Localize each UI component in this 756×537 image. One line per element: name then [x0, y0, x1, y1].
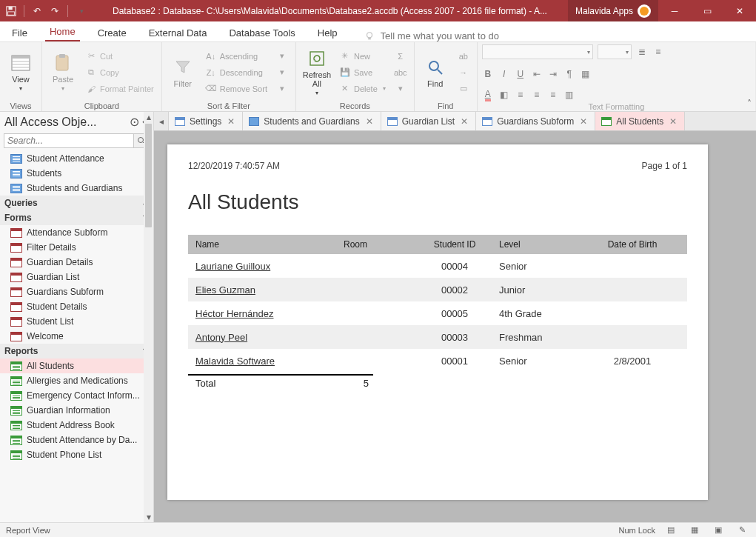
nav-cat-queries[interactable]: Queries⌄	[0, 196, 153, 210]
font-size-selector[interactable]: ▾	[598, 44, 632, 59]
align-center-icon[interactable]: ≡	[531, 89, 543, 101]
close-button[interactable]: ✕	[723, 0, 756, 21]
cell-name[interactable]: Héctor Hernández	[195, 308, 344, 319]
view-layout-icon[interactable]: ▣	[710, 524, 726, 536]
redo-icon[interactable]: ↷	[48, 4, 61, 18]
minimize-button[interactable]: ─	[658, 0, 691, 21]
indent-decrease-icon[interactable]: ⇤	[531, 68, 543, 80]
tab-help[interactable]: Help	[313, 24, 342, 41]
nav-item-table[interactable]: Student Attendance	[0, 151, 153, 166]
new-record-button[interactable]: ✳New	[336, 49, 389, 64]
report-row[interactable]: Elies Guzman00002Junior	[188, 278, 687, 301]
refresh-all-button[interactable]: Refresh All ▾	[301, 48, 333, 97]
doc-tab[interactable]: Guardians Subform✕	[476, 112, 595, 130]
report-canvas[interactable]: 12/20/2019 7:40:57 AM Page 1 of 1 All St…	[154, 131, 756, 522]
find-button[interactable]: Find	[419, 48, 452, 97]
nav-item-form[interactable]: Student Details	[0, 299, 153, 314]
gridlines-icon[interactable]: ▦	[580, 68, 592, 80]
sort-desc-button[interactable]: Z↓Descending	[202, 65, 270, 80]
align-right-icon[interactable]: ≡	[547, 89, 559, 101]
nav-item-report[interactable]: All Students	[0, 358, 153, 373]
selection-filter-button[interactable]: ▾	[273, 49, 291, 64]
select-button[interactable]: ▭	[455, 81, 472, 96]
doc-tab[interactable]: Settings✕	[169, 112, 243, 130]
advanced-filter-button[interactable]: ▾	[273, 65, 291, 80]
font-color-icon[interactable]: A	[482, 89, 494, 101]
report-row[interactable]: Malavida Software00001Senior2/8/2001	[188, 349, 687, 373]
tab-home[interactable]: Home	[45, 23, 80, 41]
qat-more-icon[interactable]	[74, 4, 87, 18]
cell-name[interactable]: Lauriane Guilloux	[195, 261, 344, 272]
view-design-icon[interactable]: ✎	[734, 524, 750, 536]
view-print-icon[interactable]: ▦	[686, 524, 703, 536]
nav-search-input[interactable]	[4, 133, 133, 148]
nav-scrollbar[interactable]: ▴ ▾	[144, 112, 153, 522]
totals-button[interactable]: Σ	[392, 49, 409, 64]
format-painter-button[interactable]: 🖌Format Painter	[82, 81, 157, 96]
bold-icon[interactable]: B	[482, 68, 494, 80]
nav-header[interactable]: All Access Obje...	[4, 116, 97, 129]
nav-item-report[interactable]: Student Phone List	[0, 447, 153, 462]
store-apps-button[interactable]: Malavida Apps	[568, 0, 658, 21]
more-records-button[interactable]: ▾	[392, 81, 409, 96]
numbering-icon[interactable]: ≡	[652, 46, 664, 58]
nav-item-report[interactable]: Guardian Information	[0, 403, 153, 418]
nav-item-form[interactable]: Guardian List	[0, 270, 153, 284]
close-tab-icon[interactable]: ✕	[364, 116, 375, 127]
nav-item-form[interactable]: Guardians Subform	[0, 284, 153, 299]
nav-item-report[interactable]: Allergies and Medications	[0, 373, 153, 388]
italic-icon[interactable]: I	[498, 68, 510, 80]
align-left-icon[interactable]: ≡	[515, 89, 526, 101]
goto-button[interactable]: →	[455, 65, 472, 80]
report-row[interactable]: Antony Peel00003Freshman	[188, 325, 687, 349]
nav-item-form[interactable]: Guardian Details	[0, 255, 153, 270]
undo-icon[interactable]: ↶	[30, 4, 44, 18]
nav-item-form[interactable]: Filter Details	[0, 240, 153, 255]
tabs-scroll-left[interactable]: ◂	[154, 112, 169, 130]
tab-database-tools[interactable]: Database Tools	[224, 24, 299, 41]
nav-cat-forms[interactable]: Forms⌃	[0, 210, 153, 225]
close-tab-icon[interactable]: ✕	[578, 116, 589, 127]
scroll-up-icon[interactable]: ▴	[144, 112, 153, 122]
scroll-thumb[interactable]	[145, 124, 152, 227]
font-selector[interactable]: ▾	[482, 44, 593, 59]
delete-record-button[interactable]: ✕Delete▾	[336, 81, 389, 96]
alt-row-color-icon[interactable]: ▥	[563, 89, 575, 101]
copy-button[interactable]: ⧉Copy	[82, 65, 157, 80]
tab-create[interactable]: Create	[93, 24, 131, 41]
sort-asc-button[interactable]: A↓Ascending	[202, 49, 270, 64]
text-direction-icon[interactable]: ¶	[563, 68, 575, 80]
bullets-icon[interactable]: ≣	[636, 46, 648, 58]
view-button[interactable]: View ▾	[4, 48, 37, 97]
nav-item-report[interactable]: Student Address Book	[0, 418, 153, 433]
cell-name[interactable]: Elies Guzman	[195, 284, 344, 296]
cell-name[interactable]: Antony Peel	[195, 332, 344, 343]
doc-tab[interactable]: All Students✕	[595, 112, 685, 130]
close-tab-icon[interactable]: ✕	[459, 116, 469, 127]
cut-button[interactable]: ✂Cut	[82, 49, 157, 64]
tab-file[interactable]: File	[7, 24, 32, 41]
tab-external-data[interactable]: External Data	[144, 24, 212, 41]
report-row[interactable]: Héctor Hernández000054th Grade	[188, 301, 687, 325]
indent-increase-icon[interactable]: ⇥	[547, 68, 559, 80]
doc-tab[interactable]: Students and Guardians✕	[243, 112, 381, 130]
report-row[interactable]: Lauriane Guilloux00004Senior	[188, 254, 687, 278]
nav-options-icon[interactable]: ⊙	[130, 115, 139, 129]
nav-item-form[interactable]: Student List	[0, 314, 153, 329]
nav-item-table[interactable]: Students and Guardians	[0, 181, 153, 196]
replace-button[interactable]: ab	[455, 49, 472, 64]
nav-item-table[interactable]: Students	[0, 166, 153, 181]
maximize-button[interactable]: ▭	[691, 0, 723, 21]
close-tab-icon[interactable]: ✕	[226, 116, 236, 127]
save-record-button[interactable]: 💾Save	[336, 65, 389, 80]
tell-me-input[interactable]	[381, 30, 529, 41]
nav-item-form[interactable]: Attendance Subform	[0, 225, 153, 240]
toggle-filter-button[interactable]: ▾	[273, 81, 291, 96]
view-report-icon[interactable]: ▤	[663, 524, 679, 536]
nav-item-report[interactable]: Emergency Contact Inform...	[0, 388, 153, 403]
save-icon[interactable]	[4, 4, 18, 18]
nav-item-form[interactable]: Welcome	[0, 329, 153, 344]
underline-icon[interactable]: U	[515, 68, 526, 80]
spelling-button[interactable]: abc	[392, 65, 409, 80]
close-tab-icon[interactable]: ✕	[668, 116, 678, 127]
